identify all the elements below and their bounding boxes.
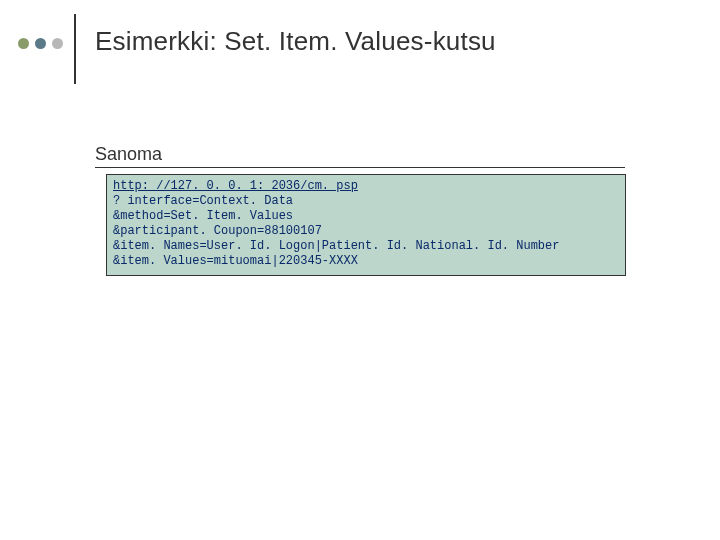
slide-title: Esimerkki: Set. Item. Values-kutsu (95, 26, 496, 57)
code-line: &item. Names=User. Id. Logon|Patient. Id… (113, 239, 619, 254)
vertical-rule (74, 14, 76, 84)
code-url: http: //127. 0. 0. 1: 2036/cm. psp (113, 179, 619, 194)
dot-3 (52, 38, 63, 49)
bullet-dots (18, 38, 63, 49)
code-line: &participant. Coupon=88100107 (113, 224, 619, 239)
code-line: &method=Set. Item. Values (113, 209, 619, 224)
dot-1 (18, 38, 29, 49)
code-line: ? interface=Context. Data (113, 194, 619, 209)
code-block: http: //127. 0. 0. 1: 2036/cm. psp ? int… (106, 174, 626, 276)
section-heading: Sanoma (95, 144, 625, 168)
dot-2 (35, 38, 46, 49)
code-line: &item. Values=mituomai|220345-XXXX (113, 254, 619, 269)
